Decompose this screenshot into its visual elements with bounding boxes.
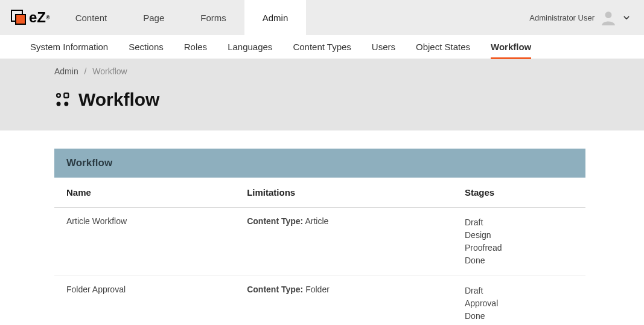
limitation-label: Content Type: bbox=[247, 216, 303, 226]
panel-header: Workflow bbox=[54, 149, 585, 178]
stage-item: Done bbox=[465, 254, 573, 267]
svg-point-5 bbox=[57, 102, 61, 106]
user-menu[interactable]: Administrator User bbox=[529, 0, 644, 35]
subnav-item-users[interactable]: Users bbox=[372, 36, 395, 57]
stage-item: Done bbox=[465, 310, 573, 323]
topnav-item-admin[interactable]: Admin bbox=[244, 0, 307, 35]
cell-stages: DraftDesignProofreadDone bbox=[453, 208, 585, 276]
cell-limitations: Content Type: Folder bbox=[235, 276, 453, 326]
topnav-item-forms[interactable]: Forms bbox=[182, 0, 244, 35]
subnav-item-workflow[interactable]: Workflow bbox=[491, 34, 531, 59]
subnav-item-object-states[interactable]: Object States bbox=[416, 36, 470, 57]
top-navbar: eZ® ContentPageFormsAdmin Administrator … bbox=[0, 0, 644, 35]
user-avatar-icon bbox=[601, 10, 616, 25]
svg-point-6 bbox=[64, 102, 68, 106]
workflow-panel: Workflow Name Limitations Stages Article… bbox=[54, 149, 585, 325]
col-header-name: Name bbox=[54, 178, 235, 208]
breadcrumb: Admin / Workflow bbox=[54, 66, 585, 76]
topnav-item-page[interactable]: Page bbox=[125, 0, 182, 35]
chevron-down-icon bbox=[622, 13, 631, 22]
stage-item: Design bbox=[465, 229, 573, 242]
stage-item: Draft bbox=[465, 216, 573, 229]
breadcrumb-sep: / bbox=[84, 66, 87, 76]
topnav-item-content[interactable]: Content bbox=[57, 0, 126, 35]
limitation-label: Content Type: bbox=[247, 285, 303, 294]
table-row[interactable]: Article WorkflowContent Type: ArticleDra… bbox=[54, 208, 585, 276]
user-name: Administrator User bbox=[529, 13, 595, 22]
page-title: Workflow bbox=[78, 89, 159, 110]
stage-item: Draft bbox=[465, 285, 573, 297]
breadcrumb-root[interactable]: Admin bbox=[54, 66, 78, 76]
subnav-item-languages[interactable]: Languages bbox=[228, 36, 272, 57]
brand-logo[interactable]: eZ® bbox=[4, 0, 57, 35]
col-header-limitations: Limitations bbox=[235, 178, 453, 208]
svg-point-2 bbox=[605, 11, 612, 18]
subnav-item-system-information[interactable]: System Information bbox=[30, 36, 108, 57]
logo-icon bbox=[11, 10, 27, 25]
cell-name: Folder Approval bbox=[54, 276, 235, 326]
breadcrumb-current: Workflow bbox=[92, 66, 127, 76]
stage-item: Proofread bbox=[465, 242, 573, 254]
subnav-item-content-types[interactable]: Content Types bbox=[293, 36, 351, 57]
svg-point-3 bbox=[57, 94, 60, 97]
table-row[interactable]: Folder ApprovalContent Type: FolderDraft… bbox=[54, 276, 585, 326]
col-header-stages: Stages bbox=[453, 178, 585, 208]
svg-rect-4 bbox=[64, 94, 68, 98]
cell-limitations: Content Type: Article bbox=[235, 208, 453, 276]
stage-item: Approval bbox=[465, 297, 573, 310]
reg-mark: ® bbox=[46, 14, 50, 21]
subnav-item-sections[interactable]: Sections bbox=[129, 36, 164, 57]
cell-name: Article Workflow bbox=[54, 208, 235, 276]
cell-stages: DraftApprovalDone bbox=[453, 276, 585, 326]
workflow-icon bbox=[54, 91, 71, 108]
sub-navbar: System InformationSectionsRolesLanguages… bbox=[0, 35, 644, 59]
brand-text: eZ bbox=[29, 9, 46, 26]
svg-rect-1 bbox=[16, 14, 25, 24]
subnav-item-roles[interactable]: Roles bbox=[184, 36, 207, 57]
workflow-table: Name Limitations Stages Article Workflow… bbox=[54, 178, 585, 325]
page-header: Admin / Workflow Workflow bbox=[0, 59, 644, 130]
